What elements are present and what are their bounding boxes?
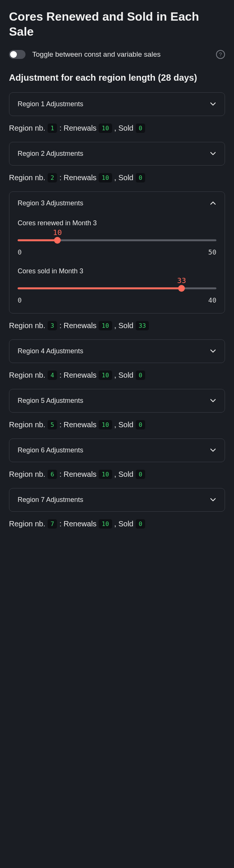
page-title: Cores Renewed and Sold in Each Sale [9, 9, 225, 39]
summary-sold-label: , Sold [114, 520, 134, 528]
summary-renewals-label: : Renewals [59, 420, 96, 429]
chevron-down-icon [210, 101, 216, 107]
region-1-accordion: Region 1 Adjustments [9, 92, 225, 116]
chevron-down-icon [210, 397, 216, 404]
renewed-slider-scale: 0 50 [18, 248, 216, 256]
section-title: Adjustment for each region length (28 da… [9, 72, 225, 83]
summary-prefix: Region nb. [9, 321, 45, 330]
region-3-accordion-body: Cores renewed in Month 3 10 0 50 Cores s… [9, 219, 225, 313]
summary-renewals-label: : Renewals [59, 173, 96, 182]
renewals-badge: 10 [99, 321, 112, 330]
summary-sold-label: , Sold [114, 371, 134, 380]
renewals-badge: 10 [99, 371, 112, 380]
summary-sold-label: , Sold [114, 173, 134, 182]
summary-renewals-label: : Renewals [59, 321, 96, 330]
renewals-badge: 10 [99, 420, 112, 429]
sold-badge: 0 [136, 420, 146, 429]
region-5-accordion-header[interactable]: Region 5 Adjustments [9, 389, 225, 412]
sold-badge: 0 [136, 371, 146, 380]
sold-badge: 0 [136, 173, 146, 182]
summary-sold-label: , Sold [114, 420, 134, 429]
region-5-accordion: Region 5 Adjustments [9, 389, 225, 413]
slider-min: 0 [18, 296, 22, 304]
accordion-title: Region 6 Adjustments [18, 446, 83, 454]
sold-badge: 0 [136, 470, 146, 479]
renewed-slider-value: 10 [53, 228, 62, 237]
region-index-badge: 1 [48, 124, 57, 133]
renewals-badge: 10 [99, 173, 112, 182]
chevron-down-icon [210, 496, 216, 503]
slider-fill [18, 287, 182, 289]
region-2-accordion-header[interactable]: Region 2 Adjustments [9, 142, 225, 165]
region-2-accordion: Region 2 Adjustments [9, 142, 225, 166]
renewals-badge: 10 [99, 470, 112, 479]
region-1-summary: Region nb. 1 : Renewals 10 , Sold 0 [9, 124, 225, 133]
region-index-badge: 6 [48, 470, 57, 479]
summary-renewals-label: : Renewals [59, 371, 96, 380]
region-6-accordion-header[interactable]: Region 6 Adjustments [9, 439, 225, 462]
region-4-summary: Region nb. 4 : Renewals 10 , Sold 0 [9, 371, 225, 380]
summary-sold-label: , Sold [114, 470, 134, 479]
accordion-title: Region 3 Adjustments [18, 199, 83, 207]
chevron-up-icon [210, 200, 216, 206]
region-4-accordion: Region 4 Adjustments [9, 339, 225, 363]
region-3-summary: Region nb. 3 : Renewals 10 , Sold 33 [9, 321, 225, 330]
slider-max: 40 [208, 296, 216, 304]
region-7-accordion-header[interactable]: Region 7 Adjustments [9, 488, 225, 511]
slider-fill [18, 239, 57, 241]
accordion-title: Region 4 Adjustments [18, 347, 83, 355]
sold-slider-scale: 0 40 [18, 296, 216, 304]
region-5-summary: Region nb. 5 : Renewals 10 , Sold 0 [9, 420, 225, 429]
sold-slider-group: Cores sold in Month 3 33 0 40 [18, 267, 216, 304]
toggle-row: Toggle between const and variable sales … [9, 50, 225, 60]
renewed-slider-thumb[interactable] [54, 237, 61, 244]
slider-max: 50 [208, 248, 216, 256]
region-2-summary: Region nb. 2 : Renewals 10 , Sold 0 [9, 173, 225, 182]
region-1-accordion-header[interactable]: Region 1 Adjustments [9, 93, 225, 116]
renewed-slider[interactable]: 10 [18, 238, 216, 243]
summary-prefix: Region nb. [9, 470, 45, 479]
region-index-badge: 3 [48, 321, 57, 330]
toggle-label: Toggle between const and variable sales [32, 50, 209, 60]
region-3-accordion: Region 3 Adjustments Cores renewed in Mo… [9, 191, 225, 313]
summary-prefix: Region nb. [9, 520, 45, 528]
sold-badge: 33 [136, 321, 149, 330]
sold-slider-label: Cores sold in Month 3 [18, 267, 216, 275]
chevron-down-icon [210, 150, 216, 157]
sold-slider-value: 33 [177, 276, 186, 285]
renewals-badge: 10 [99, 519, 112, 529]
summary-renewals-label: : Renewals [59, 470, 96, 479]
summary-renewals-label: : Renewals [59, 520, 96, 528]
renewed-slider-label: Cores renewed in Month 3 [18, 219, 216, 227]
accordion-title: Region 5 Adjustments [18, 397, 83, 405]
chevron-down-icon [210, 348, 216, 354]
region-7-accordion: Region 7 Adjustments [9, 488, 225, 512]
accordion-title: Region 2 Adjustments [18, 150, 83, 158]
renewals-badge: 10 [99, 124, 112, 133]
summary-sold-label: , Sold [114, 124, 134, 133]
region-6-summary: Region nb. 6 : Renewals 10 , Sold 0 [9, 470, 225, 479]
slider-min: 0 [18, 248, 22, 256]
toggle-knob [10, 51, 17, 58]
accordion-title: Region 1 Adjustments [18, 100, 83, 108]
sold-slider-thumb[interactable] [178, 285, 185, 292]
summary-prefix: Region nb. [9, 420, 45, 429]
region-index-badge: 5 [48, 420, 57, 429]
summary-prefix: Region nb. [9, 173, 45, 182]
region-index-badge: 4 [48, 371, 57, 380]
region-4-accordion-header[interactable]: Region 4 Adjustments [9, 340, 225, 363]
help-icon[interactable]: ? [216, 50, 225, 59]
sold-slider[interactable]: 33 [18, 286, 216, 291]
region-index-badge: 2 [48, 173, 57, 182]
sales-mode-toggle[interactable] [9, 50, 26, 59]
summary-prefix: Region nb. [9, 124, 45, 133]
region-3-accordion-header[interactable]: Region 3 Adjustments [9, 192, 225, 215]
renewed-slider-group: Cores renewed in Month 3 10 0 50 [18, 219, 216, 256]
summary-prefix: Region nb. [9, 371, 45, 380]
sold-badge: 0 [136, 519, 146, 529]
accordion-title: Region 7 Adjustments [18, 496, 83, 504]
region-7-summary: Region nb. 7 : Renewals 10 , Sold 0 [9, 519, 225, 529]
sold-badge: 0 [136, 124, 146, 133]
region-index-badge: 7 [48, 519, 57, 529]
summary-renewals-label: : Renewals [59, 124, 96, 133]
